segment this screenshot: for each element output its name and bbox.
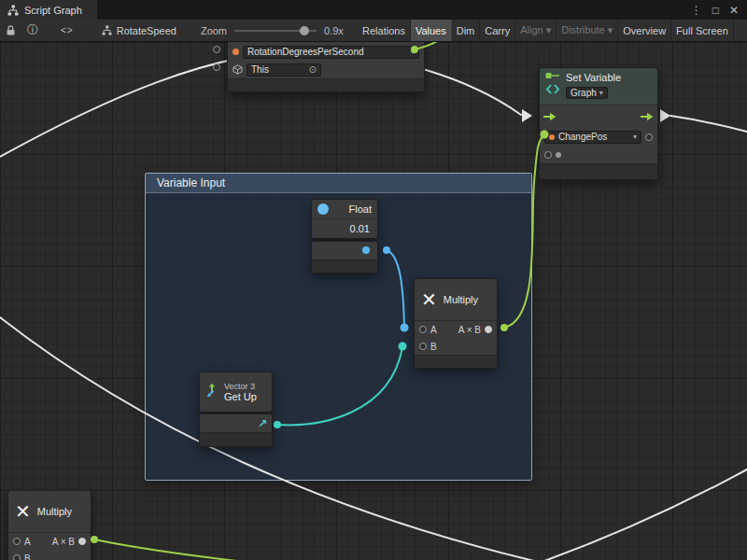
port-result[interactable] bbox=[485, 326, 492, 333]
float-node-body[interactable] bbox=[311, 241, 378, 273]
variable-name-dropdown[interactable]: RotationDegreesPerSecond ▾ bbox=[243, 46, 419, 59]
variable-name: ChangePos bbox=[558, 132, 607, 142]
maximize-icon[interactable]: □ bbox=[712, 5, 719, 16]
flow-wire bbox=[670, 116, 747, 132]
port-b[interactable] bbox=[419, 343, 427, 350]
target-object-field[interactable]: This ⊙ bbox=[247, 63, 321, 77]
target-label: This bbox=[251, 64, 269, 75]
dim-button[interactable]: Dim bbox=[452, 20, 481, 41]
kebab-menu-icon[interactable]: ⋮ bbox=[691, 5, 702, 16]
script-graph-icon bbox=[7, 5, 19, 16]
flow-in-arrow bbox=[522, 109, 532, 122]
node-title: Float bbox=[349, 203, 372, 215]
graph-toolbar: ⓘ <> RotateSpeed Zoom 0.9x Relations Val… bbox=[0, 20, 747, 42]
info-icon[interactable]: ⓘ bbox=[27, 22, 38, 38]
float-value-field[interactable]: 0.01 bbox=[350, 223, 370, 234]
value-out-port[interactable] bbox=[645, 133, 653, 141]
window-controls: ⋮ □ ✕ bbox=[691, 0, 747, 20]
multiply-icon: ✕ bbox=[15, 502, 31, 521]
vector3-get-up-body[interactable]: ↗ bbox=[199, 413, 273, 447]
port-a[interactable] bbox=[13, 538, 21, 545]
chevron-down-icon: ▾ bbox=[411, 48, 415, 56]
vector3-get-up-node[interactable]: Vector 3 Get Up bbox=[199, 371, 273, 413]
carry-button[interactable]: Carry bbox=[480, 20, 515, 41]
multiply-icon: ✕ bbox=[421, 290, 437, 309]
align-dropdown-button[interactable]: Align ▾ bbox=[515, 20, 557, 41]
port-b[interactable] bbox=[13, 554, 21, 560]
variable-scope-dropdown[interactable]: Graph ▾ bbox=[566, 87, 608, 99]
variable-type-dot bbox=[549, 134, 555, 140]
lock-icon[interactable] bbox=[6, 25, 16, 36]
relations-button[interactable]: Relations bbox=[358, 20, 411, 41]
zoom-slider[interactable] bbox=[234, 25, 317, 36]
script-graph-window: Script Graph ⋮ □ ✕ ⓘ <> RotateSpeed Zoom… bbox=[0, 0, 747, 560]
multiply-node[interactable]: ✕ Multiply A A × B B bbox=[7, 490, 92, 560]
input-port[interactable] bbox=[213, 46, 220, 53]
node-type-label: Vector 3 bbox=[224, 382, 257, 391]
flow-out-port[interactable] bbox=[641, 108, 654, 125]
node-footer bbox=[415, 355, 497, 368]
port-a-label: A bbox=[430, 325, 437, 335]
chevron-down-icon: ▾ bbox=[633, 133, 637, 141]
node-title: Multiply bbox=[37, 506, 72, 517]
toolbar-buttons: Relations Values Dim Carry Align ▾ Distr… bbox=[358, 20, 734, 41]
value-wire-green bbox=[94, 539, 245, 560]
port-b-label: B bbox=[24, 553, 31, 560]
graph-canvas[interactable]: Variable Input RotationDegreesPerSecond … bbox=[0, 42, 747, 560]
multiply-node[interactable]: ✕ Multiply A A × B B bbox=[414, 278, 498, 369]
node-header: Set Variable Graph ▾ bbox=[540, 68, 657, 105]
full-screen-button[interactable]: Full Screen bbox=[671, 20, 734, 41]
variable-name: RotationDegreesPerSecond bbox=[247, 47, 364, 57]
node-header: Vector 3 Get Up bbox=[200, 372, 272, 412]
port-a[interactable] bbox=[419, 326, 427, 333]
object-picker-icon[interactable]: ⊙ bbox=[309, 64, 317, 75]
close-icon[interactable]: ✕ bbox=[729, 5, 739, 16]
distribute-dropdown-button[interactable]: Distribute ▾ bbox=[557, 20, 618, 41]
values-button[interactable]: Values bbox=[411, 20, 452, 41]
vector3-icon bbox=[204, 383, 219, 401]
set-variable-name-dropdown[interactable]: ChangePos ▾ bbox=[544, 131, 641, 144]
input-port[interactable] bbox=[213, 63, 220, 71]
port-result-label: A × B bbox=[52, 537, 75, 547]
node-header: ✕ Multiply bbox=[8, 491, 91, 533]
flow-out-arrow bbox=[660, 109, 670, 122]
vector-out-icon[interactable]: ↗ bbox=[258, 417, 267, 430]
zoom-slider-handle[interactable] bbox=[300, 26, 309, 35]
node-title: Set Variable bbox=[566, 72, 621, 83]
scope-label: Graph bbox=[571, 88, 597, 98]
zoom-label: Zoom bbox=[201, 25, 227, 36]
port-a-label: A bbox=[24, 537, 31, 547]
set-variable-icon bbox=[545, 72, 560, 101]
set-variable-node[interactable]: Set Variable Graph ▾ ChangePo bbox=[539, 67, 658, 180]
flow-ports-row bbox=[540, 105, 657, 128]
port-result-label: A × B bbox=[458, 325, 481, 335]
node-footer bbox=[228, 78, 424, 91]
flow-in-port[interactable] bbox=[543, 108, 557, 125]
node-title: Get Up bbox=[224, 391, 257, 402]
graph-asset-name: RotateSpeed bbox=[117, 25, 176, 36]
flow-wire bbox=[544, 469, 747, 560]
variable-type-dot bbox=[233, 49, 239, 55]
group-header[interactable]: Variable Input bbox=[146, 174, 531, 193]
node-footer bbox=[312, 259, 377, 273]
code-view-icon[interactable]: <> bbox=[61, 25, 74, 35]
tab-title: Script Graph bbox=[24, 5, 82, 16]
titlebar: Script Graph ⋮ □ ✕ bbox=[0, 0, 747, 21]
overview-button[interactable]: Overview bbox=[618, 20, 671, 41]
zoom-value: 0.9x bbox=[324, 25, 350, 36]
value-in-port[interactable] bbox=[544, 151, 552, 159]
get-variable-node[interactable]: RotationDegreesPerSecond ▾ This ⊙ bbox=[227, 42, 425, 92]
graph-asset-breadcrumb[interactable]: RotateSpeed bbox=[102, 25, 176, 36]
node-header: ✕ Multiply bbox=[415, 279, 497, 321]
port-result[interactable] bbox=[78, 538, 86, 545]
graph-asset-icon bbox=[102, 25, 112, 35]
tab-script-graph[interactable]: Script Graph bbox=[0, 0, 97, 20]
chevron-down-icon: ▾ bbox=[599, 89, 603, 97]
group-title: Variable Input bbox=[157, 176, 225, 189]
float-node[interactable]: Float 0.01 bbox=[311, 199, 378, 239]
float-type-icon bbox=[317, 203, 329, 215]
gameobject-cube-icon bbox=[233, 62, 243, 78]
node-title: Multiply bbox=[444, 294, 478, 305]
node-footer bbox=[200, 432, 272, 446]
port-b-label: B bbox=[430, 342, 437, 352]
